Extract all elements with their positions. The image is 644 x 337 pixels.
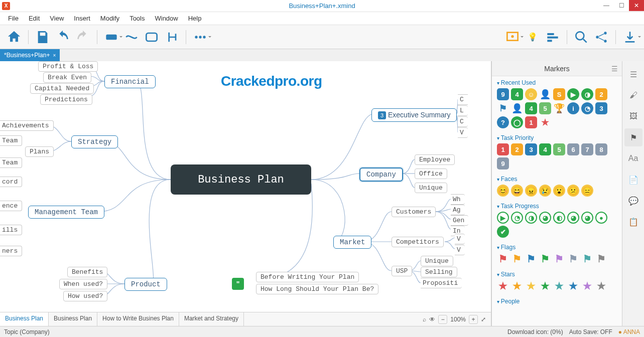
leaf-cust-ag[interactable]: Ag xyxy=(451,205,465,215)
task-icon[interactable]: 📋 xyxy=(624,213,642,231)
summary-icon[interactable] xyxy=(164,29,180,45)
node-market[interactable]: Market xyxy=(333,236,371,249)
marker-item[interactable]: 4 xyxy=(511,88,523,100)
progress-marker[interactable]: ◕ xyxy=(567,212,579,224)
marker-item[interactable]: 3 xyxy=(595,102,607,114)
menu-view[interactable]: View xyxy=(45,13,69,24)
marker-item[interactable]: ▶ xyxy=(567,88,579,100)
marker-item[interactable]: 2 xyxy=(595,88,607,100)
marker-item[interactable]: i xyxy=(567,102,579,114)
progress-marker[interactable]: ◑ xyxy=(525,212,537,224)
marker-item[interactable]: 1 xyxy=(525,116,537,128)
leaf-usp-selling[interactable]: Selling xyxy=(421,267,457,277)
boundary-icon[interactable] xyxy=(144,29,160,45)
leaf-plans[interactable]: Plans xyxy=(25,146,54,157)
marker-item[interactable]: ? xyxy=(497,116,509,128)
marker-item[interactable]: 9 xyxy=(497,157,509,170)
face-marker[interactable]: 😠 xyxy=(525,185,537,197)
progress-marker[interactable]: ◔ xyxy=(511,212,523,224)
node-strategy[interactable]: Strategy xyxy=(71,135,118,148)
leaf-capital-needed[interactable]: Capital Needed xyxy=(30,83,94,94)
menu-insert[interactable]: Insert xyxy=(69,13,95,24)
face-marker[interactable]: 😄 xyxy=(511,185,523,197)
close-tab-icon[interactable]: × xyxy=(53,53,56,58)
leaf-how-used[interactable]: How used? xyxy=(63,291,107,301)
star-marker[interactable]: ★ xyxy=(539,280,551,292)
format-icon[interactable]: 🖌 xyxy=(624,86,642,104)
leaf-profit-loss[interactable]: Profit & Loss xyxy=(38,61,98,72)
central-topic[interactable]: Business Plan xyxy=(171,164,311,195)
idea-icon[interactable]: 💡 xyxy=(525,29,541,45)
star-marker[interactable]: ★ xyxy=(581,280,593,292)
marker-item[interactable]: 4 xyxy=(539,143,551,155)
leaf-comp-v1[interactable]: V xyxy=(455,234,465,244)
section-title-people[interactable]: People xyxy=(497,298,617,305)
section-title-faces[interactable]: Faces xyxy=(497,176,617,183)
leaf-benefits[interactable]: Benefits xyxy=(67,267,107,277)
leaf-cust-wh[interactable]: Wh xyxy=(451,194,465,205)
progress-marker[interactable]: ◐ xyxy=(553,212,565,224)
marker-item[interactable]: 2 xyxy=(511,143,523,155)
leaf-break-even[interactable]: Break Even xyxy=(43,72,91,83)
leaf-exec-l[interactable]: L xyxy=(458,105,468,116)
leaf-note-before[interactable]: Before Writing Your Plan xyxy=(256,272,359,282)
zoom-out-button[interactable]: − xyxy=(438,315,447,324)
file-tab[interactable]: *Business+Plan+ × xyxy=(0,49,60,61)
section-title-stars[interactable]: Stars xyxy=(497,271,617,278)
export-icon[interactable] xyxy=(622,29,638,45)
section-title-flags[interactable]: Flags xyxy=(497,244,617,251)
progress-marker[interactable]: ● xyxy=(595,212,607,224)
star-marker[interactable]: ★ xyxy=(497,280,509,292)
flag-marker[interactable]: ⚑ xyxy=(511,253,523,265)
leaf-office[interactable]: Office xyxy=(415,168,447,179)
face-marker[interactable]: 😮 xyxy=(553,185,565,197)
face-marker[interactable]: 😢 xyxy=(539,185,551,197)
leaf-cord[interactable]: cord xyxy=(0,177,22,187)
node-financial[interactable]: Financial xyxy=(104,75,156,88)
leaf-unique[interactable]: Unique xyxy=(415,183,447,193)
filter-icon[interactable]: ⌕ xyxy=(423,316,426,323)
leaf-usp-propositi[interactable]: Propositi xyxy=(421,278,462,288)
progress-marker[interactable]: ✔ xyxy=(497,226,509,238)
face-marker[interactable]: 😕 xyxy=(567,185,579,197)
leaf-note-howlong[interactable]: How Long Should Your Plan Be? xyxy=(256,284,378,294)
marker-item[interactable]: ◑ xyxy=(581,88,593,100)
undo-icon[interactable] xyxy=(55,29,71,45)
flag-marker[interactable]: ⚑ xyxy=(497,253,509,265)
notes-icon[interactable]: 📄 xyxy=(624,171,642,189)
leaf-customers[interactable]: Customers xyxy=(392,207,436,217)
save-icon[interactable] xyxy=(35,29,51,45)
minimize-button[interactable]: — xyxy=(599,0,614,11)
sheet-tab-1[interactable]: Business Plan xyxy=(0,312,49,326)
gantt-icon[interactable] xyxy=(545,29,561,45)
leaf-ence[interactable]: ence xyxy=(0,201,22,211)
section-title-priority[interactable]: Task Priority xyxy=(497,134,617,141)
leaf-ners[interactable]: ners xyxy=(0,246,22,256)
eye-icon[interactable]: 👁 xyxy=(429,316,435,323)
marker-item[interactable]: 5 xyxy=(553,143,565,155)
star-marker[interactable]: ★ xyxy=(553,280,565,292)
redo-icon[interactable] xyxy=(75,29,91,45)
comments-icon[interactable]: 💬 xyxy=(624,192,642,210)
leaf-competitors[interactable]: Competitors xyxy=(392,237,444,247)
star-marker[interactable]: ★ xyxy=(511,280,523,292)
marker-item[interactable]: 👤 xyxy=(539,88,551,100)
home-icon[interactable] xyxy=(6,29,22,45)
marker-item[interactable]: S xyxy=(553,88,565,100)
zoom-in-button[interactable]: + xyxy=(469,315,478,324)
node-product[interactable]: Product xyxy=(124,278,167,291)
menu-edit[interactable]: Edit xyxy=(24,13,45,24)
search-icon[interactable] xyxy=(573,29,589,45)
leaf-usp-unique[interactable]: Unique xyxy=(421,256,453,266)
presentation-icon[interactable] xyxy=(504,29,521,45)
node-exec-summary[interactable]: 3Executive Summary xyxy=(371,108,457,122)
leaf-team2[interactable]: Team xyxy=(0,157,22,168)
menu-modify[interactable]: Modify xyxy=(95,13,124,24)
marker-item[interactable]: 9 xyxy=(497,88,509,100)
leaf-ills[interactable]: ills xyxy=(0,225,22,235)
sheet-tab-4[interactable]: Market and Strategy xyxy=(179,312,244,326)
progress-marker[interactable]: ◕ xyxy=(581,212,593,224)
maximize-button[interactable]: ☐ xyxy=(614,0,629,11)
more-icon[interactable] xyxy=(192,29,208,45)
fit-icon[interactable]: ⤢ xyxy=(481,316,486,323)
